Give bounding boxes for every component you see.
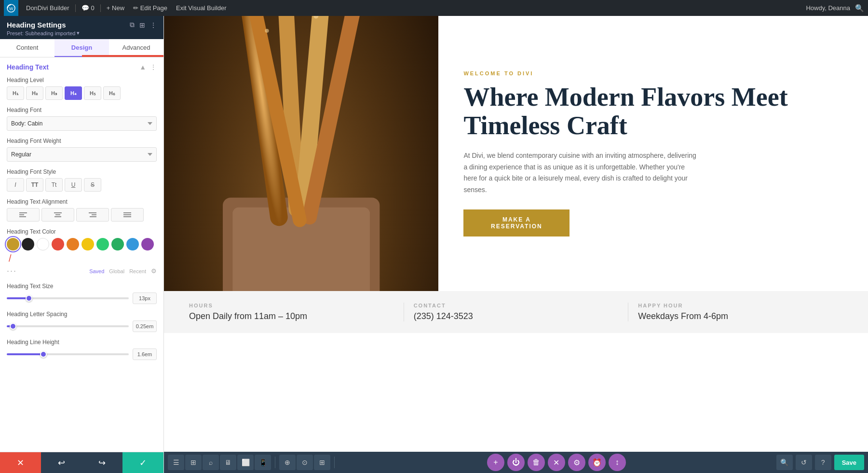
heading-text-size-thumb[interactable]	[26, 295, 32, 302]
heading-h3-btn[interactable]: H₃	[45, 86, 63, 100]
heading-letter-spacing-label: Heading Letter Spacing	[7, 311, 157, 318]
toolbar-menu-btn[interactable]: ☰	[168, 455, 184, 470]
new-link[interactable]: + New	[104, 0, 127, 16]
toolbar-add-btn[interactable]: +	[487, 454, 504, 471]
panel-grid-icon[interactable]: ⊞	[139, 21, 145, 29]
heading-level-field: Heading Level H₁ H₂ H₃ H₄ H₅ H₆	[7, 77, 157, 100]
color-swatch-blue[interactable]	[126, 238, 139, 250]
italic-btn[interactable]: I	[7, 178, 24, 192]
heading-h2-btn[interactable]: H₂	[26, 86, 43, 100]
heading-h6-btn[interactable]: H₆	[103, 86, 121, 100]
heading-letter-spacing-track[interactable]	[7, 325, 129, 327]
color-swatch-yellow[interactable]	[81, 238, 94, 250]
heading-line-height-thumb[interactable]	[40, 351, 47, 358]
color-settings-icon[interactable]: ⚙	[151, 267, 157, 275]
search-icon[interactable]: 🔍	[855, 4, 864, 13]
color-tab-global[interactable]: Global	[109, 268, 124, 274]
heading-text-size-track[interactable]	[7, 297, 129, 299]
color-swatches-row: /	[7, 238, 157, 264]
toolbar-grid-btn[interactable]: ⊞	[185, 455, 202, 470]
heading-h1-btn[interactable]: H₁	[7, 86, 24, 100]
align-justify-btn[interactable]	[111, 208, 144, 222]
heading-line-height-track[interactable]	[7, 353, 129, 355]
info-bar: HOURS Open Daily from 11am – 10pm CONTAC…	[164, 291, 868, 333]
happy-hour-label: HAPPY HOUR	[638, 303, 843, 308]
toolbar-settings-btn[interactable]: ⚙	[568, 454, 585, 471]
wp-logo[interactable]: W	[4, 0, 18, 16]
toolbar-close-btn[interactable]: ✕	[548, 454, 565, 471]
toolbar-layout-group: ⊕ ⊙ ⊞	[279, 455, 330, 470]
edit-page-label: ✏ Edit Page	[133, 4, 167, 12]
heading-line-height-label: Heading Line Height	[7, 339, 157, 346]
heading-line-height-value[interactable]: 1.6em	[133, 348, 157, 360]
strikethrough-btn[interactable]: S	[84, 178, 101, 192]
underline-btn[interactable]: U	[65, 178, 82, 192]
heading-font-weight-select[interactable]: Regular	[7, 147, 157, 162]
heading-font-select[interactable]: Body: Cabin	[7, 116, 157, 131]
save-button[interactable]: Save	[834, 455, 864, 470]
heading-text-size-value[interactable]: 13px	[133, 292, 157, 304]
toolbar-help-btn[interactable]: ?	[815, 455, 831, 470]
toolbar-layout3-btn[interactable]: ⊞	[314, 455, 330, 470]
exit-visual-builder-link[interactable]: Exit Visual Builder	[173, 0, 230, 16]
alignment-buttons	[7, 208, 157, 222]
info-bar-hours: HOURS Open Daily from 11am – 10pm	[179, 303, 404, 321]
heading-text-color-field: Heading Text Color / ···	[7, 228, 157, 276]
confirm-button[interactable]: ✓	[122, 452, 163, 473]
color-swatch-green[interactable]	[96, 238, 109, 250]
divi-site-label: DonDivi Builder	[26, 4, 69, 12]
toolbar-power-btn[interactable]: ⏻	[507, 454, 525, 471]
edit-page-link[interactable]: ✏ Edit Page	[130, 0, 170, 16]
color-swatch-white[interactable]	[37, 238, 49, 250]
toolbar-delete-btn[interactable]: 🗑	[528, 454, 545, 471]
heading-letter-spacing-field: Heading Letter Spacing 0.25em	[7, 311, 157, 332]
toolbar-search-btn[interactable]: ⌕	[203, 455, 219, 470]
comments-icon: 💬	[81, 4, 89, 12]
color-swatch-gold[interactable]	[7, 238, 19, 250]
top-bar: W DonDivi Builder 💬 0 + New ✏ Edit Page …	[0, 0, 868, 16]
heading-h5-btn[interactable]: H₅	[84, 86, 101, 100]
section-more-icon[interactable]: ⋮	[150, 63, 157, 71]
undo-button[interactable]: ↩	[41, 452, 82, 473]
toolbar-history-btn[interactable]: ⏰	[588, 454, 606, 471]
more-colors-icon[interactable]: ···	[7, 266, 17, 276]
toolbar-layout2-btn[interactable]: ⊙	[297, 455, 313, 470]
section-collapse-icon[interactable]: ▲	[139, 63, 146, 71]
reservation-button[interactable]: MAKE A RESERVATION	[463, 209, 570, 236]
heading-text-size-slider-row: 13px	[7, 292, 157, 304]
capitalize-btn[interactable]: Tt	[45, 178, 63, 192]
toolbar-zoom-btn[interactable]: 🔍	[776, 455, 793, 470]
toolbar-refresh-btn[interactable]: ↺	[796, 455, 812, 470]
color-pencil-icon[interactable]: /	[9, 253, 12, 264]
panel-body: Heading Text ▲ ⋮ Heading Level H₁ H₂ H₃ …	[0, 57, 163, 452]
heading-letter-spacing-value[interactable]: 0.25em	[133, 320, 157, 332]
color-swatch-darkgreen[interactable]	[111, 238, 124, 250]
tab-content[interactable]: Content	[0, 39, 54, 57]
color-swatch-red[interactable]	[52, 238, 64, 250]
toolbar-desktop-btn[interactable]: 🖥	[220, 455, 236, 470]
toolbar-tablet-btn[interactable]: ⬜	[237, 455, 254, 470]
redo-button[interactable]: ↪	[82, 452, 123, 473]
preset-chevron[interactable]: ▾	[77, 30, 80, 36]
cancel-button[interactable]: ✕	[0, 452, 41, 473]
color-tab-saved[interactable]: Saved	[89, 268, 104, 274]
toolbar-sort-btn[interactable]: ↕	[609, 454, 626, 471]
color-swatch-purple[interactable]	[141, 238, 154, 250]
howdy-text: Howdy, Deanna	[806, 4, 850, 12]
toolbar-mobile-btn[interactable]: 📱	[255, 455, 271, 470]
toolbar-layout1-btn[interactable]: ⊕	[279, 455, 296, 470]
align-left-btn[interactable]	[7, 208, 40, 222]
align-center-btn[interactable]	[41, 208, 74, 222]
uppercase-btn[interactable]: TT	[26, 178, 43, 192]
comments-link[interactable]: 💬 0	[79, 0, 97, 16]
color-swatch-orange[interactable]	[67, 238, 79, 250]
heading-h4-btn[interactable]: H₄	[65, 86, 82, 100]
divi-site-link[interactable]: DonDivi Builder	[23, 0, 72, 16]
info-bar-happy-hour: HAPPY HOUR Weekdays From 4-6pm	[628, 303, 853, 321]
panel-copy-icon[interactable]: ⧉	[130, 21, 135, 29]
color-tab-recent[interactable]: Recent	[129, 268, 146, 274]
heading-letter-spacing-thumb[interactable]	[10, 323, 16, 330]
panel-more-icon[interactable]: ⋮	[150, 21, 157, 29]
align-right-btn[interactable]	[76, 208, 109, 222]
color-swatch-black[interactable]	[22, 238, 34, 250]
